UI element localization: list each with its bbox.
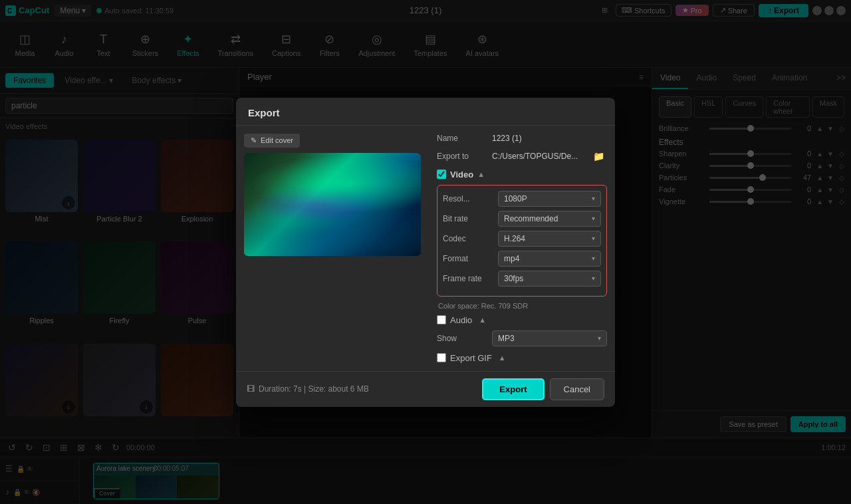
gif-section-header: Export GIF ▲	[437, 353, 607, 363]
audio-expand-icon[interactable]: ▲	[479, 316, 486, 324]
bitrate-select[interactable]: Recommended ▾	[498, 211, 601, 227]
framerate-select[interactable]: 30fps ▾	[498, 271, 601, 287]
modal-preview: ✎ Edit cover	[236, 126, 429, 371]
gif-expand-icon[interactable]: ▲	[499, 354, 506, 362]
name-value: 1223 (1)	[492, 134, 607, 143]
modal-overlay: Export ✎ Edit cover Name 1223 (1)	[0, 0, 851, 504]
preview-aurora	[244, 153, 421, 256]
export-to-row: Export to C:/Users/TOPGUS/De... 📁	[437, 150, 607, 163]
modal-title: Export	[248, 107, 280, 118]
video-checkbox[interactable]	[437, 170, 446, 179]
folder-button[interactable]: 📁	[590, 150, 607, 163]
framerate-arrow: ▾	[592, 275, 595, 282]
export-modal: Export ✎ Edit cover Name 1223 (1)	[236, 98, 615, 407]
format-select[interactable]: mp4 ▾	[498, 251, 601, 267]
modal-footer: 🎞 Duration: 7s | Size: about 6 MB Export…	[236, 371, 615, 407]
gif-checkbox[interactable]	[437, 353, 446, 362]
bitrate-row: Bit rate Recommended ▾	[443, 211, 601, 227]
audio-checkbox[interactable]	[437, 315, 446, 324]
modal-settings: Name 1223 (1) Export to C:/Users/TOPGUS/…	[429, 126, 615, 371]
audio-section-header: Audio ▲	[437, 315, 607, 325]
export-to-value: C:/Users/TOPGUS/De...	[492, 152, 585, 161]
video-section-header: Video ▲	[437, 170, 607, 180]
modal-body: ✎ Edit cover Name 1223 (1) Export to C:/…	[236, 126, 615, 371]
resolution-select[interactable]: 1080P ▾	[498, 191, 601, 207]
export-modal-button[interactable]: Export	[482, 378, 544, 400]
footer-info: 🎞 Duration: 7s | Size: about 6 MB	[247, 384, 369, 394]
codec-select[interactable]: H.264 ▾	[498, 231, 601, 247]
codec-row: Codec H.264 ▾	[443, 231, 601, 247]
audio-format-row: Show MP3 ▾	[437, 330, 607, 346]
name-row: Name 1223 (1)	[437, 134, 607, 143]
format-row: Format mp4 ▾	[443, 251, 601, 267]
color-space: Color space: Rec. 709 SDR	[437, 302, 607, 310]
format-arrow: ▾	[592, 255, 595, 262]
film-icon: 🎞	[247, 384, 255, 394]
resolution-row: Resol... 1080P ▾	[443, 191, 601, 207]
video-settings-box: Resol... 1080P ▾ Bit rate Recommended ▾	[437, 185, 607, 297]
footer-actions: Export Cancel	[482, 378, 604, 400]
bitrate-arrow: ▾	[592, 215, 595, 222]
audio-format-arrow: ▾	[598, 334, 601, 342]
preview-image	[244, 153, 421, 256]
video-expand-icon[interactable]: ▲	[477, 170, 485, 178]
edit-cover-button[interactable]: ✎ Edit cover	[244, 134, 300, 148]
framerate-row: Frame rate 30fps ▾	[443, 271, 601, 287]
cancel-modal-button[interactable]: Cancel	[550, 378, 604, 400]
modal-header: Export	[236, 98, 615, 126]
codec-arrow: ▾	[592, 235, 595, 242]
audio-format-select[interactable]: MP3 ▾	[492, 330, 607, 346]
resolution-arrow: ▾	[592, 195, 595, 202]
